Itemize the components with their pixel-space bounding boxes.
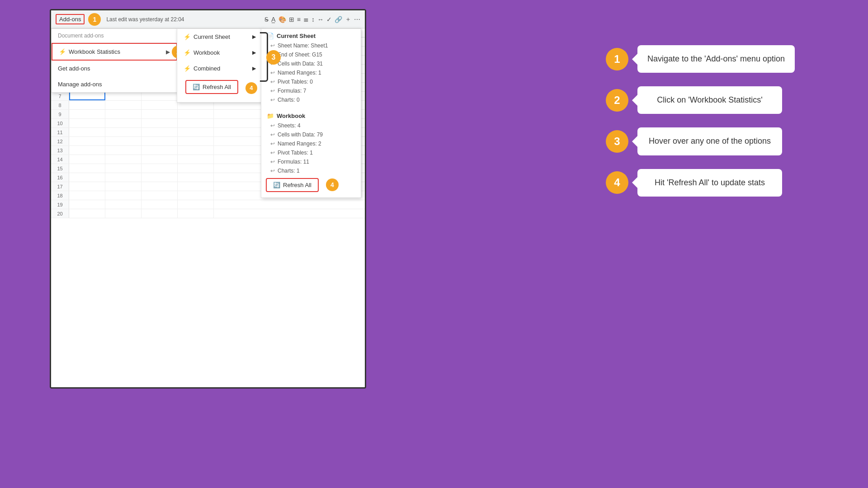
underline-icon[interactable]: A̲ [271,16,276,23]
workbook-statistics-item[interactable]: ⚡ Workbook Statistics ▶ 2 [52,43,177,61]
stat-pivot-tables-wb: ↩ Pivot Tables: 1 [261,148,361,157]
strikethrough-icon[interactable]: S̶ [264,16,269,23]
refresh-icon-top: 🔄 [193,84,200,90]
arrow-cs: ▶ [252,34,256,40]
stat-named-ranges-sheet: ↩ Named Ranges: 1 [261,68,361,77]
instr-box-4: Hit 'Refresh All' to update stats [637,169,782,197]
refresh-all-button-bottom[interactable]: 🔄 Refresh All [266,178,319,192]
doc-addons-menu: Document add-ons ⚡ Workbook Statistics ▶… [51,28,178,93]
arrow-comb: ▶ [252,66,256,71]
stat-formulas-sheet: ↩ Formulas: 7 [261,86,361,95]
flash-icon-wb: ⚡ [184,49,191,56]
edit-timestamp: Last edit was yesterday at 22:04 [106,16,184,23]
table-row: 20 [51,209,365,218]
workbook-item[interactable]: ⚡ Workbook ▶ [177,45,262,61]
workbook-statistics-submenu: ⚡ Current Sheet ▶ ⚡ Workbook ▶ ⚡ Combine… [177,28,263,103]
flash-icon-cs: ⚡ [184,33,191,40]
stat-charts-sheet: ↩ Charts: 0 [261,95,361,104]
stat-icon: ↩ [270,88,275,94]
get-addons-item[interactable]: Get add-ons [52,61,177,76]
instruction-row-4: 4 Hit 'Refresh All' to update stats [606,169,841,197]
step1-badge: 1 [88,13,101,26]
toolbar: Add-ons 1 Last edit was yesterday at 22:… [51,10,365,28]
arrow-wb: ▶ [252,50,256,56]
flash-icon-workbook: ⚡ [59,48,66,55]
instructions-panel: 1 Navigate to the 'Add-ons' menu option … [606,45,841,197]
check-icon[interactable]: ✓ [326,16,332,23]
refresh-all-button-top[interactable]: 🔄 Refresh All [185,80,238,94]
stat-sheet-name: ↩ Sheet Name: Sheet1 [261,41,361,50]
stat-named-ranges-wb: ↩ Named Ranges: 2 [261,139,361,148]
addons-button[interactable]: Add-ons [56,14,85,24]
more-icon[interactable]: ⋯ [354,16,360,23]
workbook-label: Workbook [193,49,220,56]
step4-badge-bottom: 4 [326,178,339,191]
screenshot-container: Add-ons 1 Last edit was yesterday at 22:… [50,9,366,389]
stats-divider [261,104,361,109]
paint-icon[interactable]: 🎨 [278,16,286,23]
instr-box-1: Navigate to the 'Add-ons' menu option [637,45,795,73]
stat-icon: ↩ [270,131,275,138]
table-row: 19 [51,200,365,209]
stat-sheets: ↩ Sheets: 4 [261,121,361,130]
instruction-row-2: 2 Click on 'Workbook Statistics' [606,86,841,114]
wb-icon: 📁 [267,113,274,119]
step4-badge-top: 4 [245,82,257,94]
stat-icon: ↩ [270,79,275,85]
table-icon[interactable]: ⊞ [289,16,294,23]
instruction-row-1: 1 Navigate to the 'Add-ons' menu option [606,45,841,73]
valign-icon[interactable]: ↕ [311,16,315,23]
current-sheet-label: Current Sheet [193,33,230,40]
manage-addons-label: Manage add-ons [58,81,102,88]
get-addons-label: Get add-ons [58,65,90,72]
refresh-all-label-bottom: Refresh All [283,182,311,188]
stat-formulas-wb: ↩ Formulas: 11 [261,157,361,166]
stat-icon: ↩ [270,141,275,147]
refresh-icon-bottom: 🔄 [273,182,280,188]
stat-icon: ↩ [270,42,275,49]
instr-badge-3: 3 [606,130,628,153]
toolbar-icons: S̶ A̲ 🎨 ⊞ ≡ ≣ ↕ ↔ ✓ 🔗 ＋ ⋯ [264,15,360,23]
stat-icon: ↩ [270,150,275,156]
instr-box-3: Hover over any one of the options [637,127,782,155]
link-icon[interactable]: 🔗 [335,16,342,23]
instr-badge-2: 2 [606,89,628,112]
refresh-all-label-top: Refresh All [203,84,231,90]
stat-icon: ↩ [270,122,275,129]
instr-box-2: Click on 'Workbook Statistics' [637,86,782,114]
stat-icon: ↩ [270,97,275,103]
arrow-right-icon: ▶ [166,49,170,55]
workbook-statistics-label: Workbook Statistics [69,48,120,55]
list-icon[interactable]: ≡ [297,16,301,23]
workbook-stats-title: 📁 Workbook [261,109,361,121]
plus-icon[interactable]: ＋ [345,15,351,23]
combined-label: Combined [193,65,220,72]
step3-badge: 3 [266,50,281,65]
flash-icon-comb: ⚡ [184,65,191,72]
current-sheet-stats-title: 📄 Current Sheet [261,29,361,41]
stat-charts-wb: ↩ Charts: 1 [261,166,361,175]
instr-badge-1: 1 [606,48,628,70]
colwidth-icon[interactable]: ↔ [317,16,324,23]
stat-icon: ↩ [270,168,275,174]
doc-addons-header: Document add-ons [52,29,177,43]
combined-item[interactable]: ⚡ Combined ▶ [177,61,262,76]
stat-pivot-tables-sheet: ↩ Pivot Tables: 0 [261,77,361,86]
manage-addons-item[interactable]: Manage add-ons [52,76,177,92]
instr-badge-4: 4 [606,171,628,194]
stat-icon: ↩ [270,70,275,76]
stat-cells-data-wb: ↩ Cells with Data: 79 [261,130,361,139]
align-icon[interactable]: ≣ [303,16,309,23]
stat-icon: ↩ [270,159,275,165]
current-sheet-item[interactable]: ⚡ Current Sheet ▶ [177,29,262,45]
instruction-row-3: 3 Hover over any one of the options [606,127,841,155]
